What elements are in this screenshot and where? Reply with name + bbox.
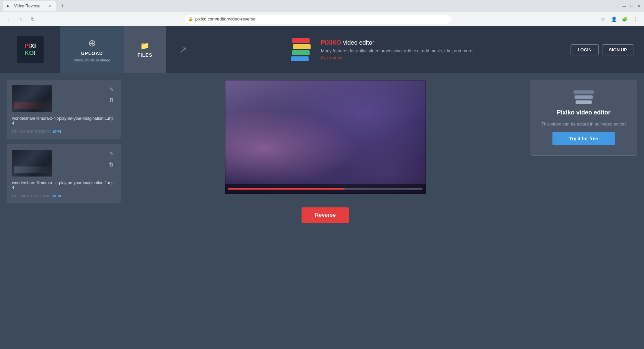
progress-bar[interactable] — [228, 188, 423, 190]
file-1-format-label: UPLOADED FORMAT: — [12, 130, 52, 134]
share-icon: ↗ — [179, 44, 187, 55]
more-options-icon[interactable]: ⋮ — [631, 14, 640, 24]
header-auth: LOGIN SIGN UP — [560, 26, 644, 73]
browser-toolbar: ‹ › ↻ 🔒 pixiko.com/editor/video-reverse … — [0, 12, 644, 26]
file-2-format: UPLOADED FORMAT: MP4 — [12, 194, 115, 198]
video-player — [225, 80, 426, 194]
thumbnail-2-preview — [12, 150, 52, 177]
video-area: Reverse — [127, 73, 523, 349]
promo-title: PIXIKO video editor — [321, 39, 474, 46]
file-2-actions: ✎ 🗑 — [107, 150, 115, 168]
file-card-2-inner: ✎ 🗑 — [12, 150, 115, 177]
reverse-button-container: Reverse — [302, 207, 349, 223]
logo-xi: XI — [30, 43, 36, 50]
video-preview — [225, 80, 426, 194]
thumbnail-2 — [12, 150, 52, 177]
file-card-1: ✎ 🗑 wondershare-filmora-x-hit-play-on-yo… — [7, 80, 121, 139]
browser-chrome: ▶ Video Reverse ✕ + — ❐ ✕ ‹ › ↻ 🔒 pixiko… — [0, 0, 644, 26]
upload-icon: ⊕ — [88, 38, 96, 49]
file-1-format-value: MP4 — [53, 130, 61, 134]
promo-link[interactable]: Get started — [321, 55, 474, 60]
file-card-2: ✎ 🗑 wondershare-filmora-x-hit-play-on-yo… — [7, 144, 121, 203]
extensions-icon[interactable]: 🧩 — [620, 14, 629, 24]
minimize-button[interactable]: — — [622, 4, 627, 8]
share-button[interactable]: ↗ — [166, 26, 200, 73]
file-card-1-inner: ✎ 🗑 — [12, 85, 115, 112]
tab-bar: ▶ Video Reverse ✕ + — ❐ ✕ — [0, 0, 644, 12]
address-bar[interactable]: 🔒 pixiko.com/editor/video-reverse — [184, 14, 452, 24]
file-1-format: UPLOADED FORMAT: MP4 — [12, 130, 115, 134]
tab-title: Video Reverse — [14, 4, 44, 8]
thumbnail-1 — [12, 85, 52, 112]
promo-title-rest: video editor — [341, 39, 374, 46]
editor-promo-desc: This video can be edited in our video ed… — [541, 121, 626, 127]
file-2-format-value: MP4 — [53, 194, 61, 198]
logo-ko: KO — [25, 50, 34, 57]
file-2-format-label: UPLOADED FORMAT: — [12, 194, 52, 198]
signup-button[interactable]: SIGN UP — [602, 44, 634, 55]
promo-description: Many features for online video processin… — [321, 48, 474, 53]
upload-label: UPLOAD — [81, 51, 103, 56]
promo-area: PIXIKO video editor Many features for on… — [200, 26, 560, 73]
active-tab[interactable]: ▶ Video Reverse ✕ — [3, 1, 56, 11]
main-content: ✎ 🗑 wondershare-filmora-x-hit-play-on-yo… — [0, 73, 644, 349]
files-button[interactable]: 📁 FILES — [124, 26, 166, 73]
url-text: pixiko.com/editor/video-reverse — [195, 16, 256, 21]
file-1-edit-button[interactable]: ✎ — [107, 85, 115, 93]
upload-sublabel: Video, music or image — [74, 58, 110, 62]
toolbar-actions: ☆ 👤 🧩 ⋮ — [598, 14, 640, 24]
files-label: FILES — [138, 52, 153, 58]
new-tab-button[interactable]: + — [58, 1, 67, 11]
promo-logo — [287, 36, 314, 63]
progress-fill — [228, 188, 345, 190]
logo-pi: PI — [24, 43, 30, 50]
sidebar: ✎ 🗑 wondershare-filmora-x-hit-play-on-yo… — [0, 73, 127, 349]
file-1-actions: ✎ 🗑 — [107, 85, 115, 104]
file-2-delete-button[interactable]: 🗑 — [107, 160, 115, 168]
profile-icon[interactable]: 👤 — [609, 14, 619, 24]
logo-area: PI XI KO ! — [0, 26, 60, 73]
tab-favicon: ▶ — [7, 4, 11, 8]
files-icon: 📁 — [140, 42, 149, 50]
promo-brand: PIXIKO — [321, 39, 341, 46]
file-1-name: wondershare-filmora-x-hit-play-on-your-i… — [12, 115, 115, 126]
reverse-button[interactable]: Reverse — [302, 207, 349, 223]
try-free-button[interactable]: Try it for free — [552, 132, 615, 145]
back-button[interactable]: ‹ — [4, 14, 13, 24]
logo-exclaim: ! — [34, 50, 36, 57]
upload-button[interactable]: ⊕ UPLOAD Video, music or image — [60, 26, 124, 73]
file-2-name: wondershare-filmora-x-hit-play-on-your-i… — [12, 179, 115, 190]
editor-promo-card: Pixiko video editor This video can be ed… — [530, 80, 637, 156]
right-panel: Pixiko video editor This video can be ed… — [523, 73, 644, 349]
video-controls-bar — [225, 184, 426, 194]
restore-button[interactable]: ❐ — [629, 4, 634, 8]
file-1-delete-button[interactable]: 🗑 — [107, 96, 115, 104]
login-button[interactable]: LOGIN — [571, 44, 598, 55]
tab-close-button[interactable]: ✕ — [47, 3, 52, 9]
promo-text: PIXIKO video editor Many features for on… — [321, 39, 474, 60]
bookmark-icon[interactable]: ☆ — [598, 14, 608, 24]
editor-promo-title: Pixiko video editor — [557, 109, 610, 116]
forward-button[interactable]: › — [16, 14, 25, 24]
thumbnail-1-preview — [12, 85, 52, 112]
stacked-layers-icon — [574, 90, 594, 104]
window-controls: — ❐ ✕ — [622, 4, 641, 8]
lock-icon: 🔒 — [188, 17, 193, 21]
refresh-button[interactable]: ↻ — [28, 14, 38, 24]
close-window-button[interactable]: ✕ — [637, 4, 641, 8]
pixiko-logo: PI XI KO ! — [17, 36, 44, 63]
file-2-edit-button[interactable]: ✎ — [107, 150, 115, 158]
app-header: PI XI KO ! ⊕ UPLOAD Video, music or imag… — [0, 26, 644, 73]
